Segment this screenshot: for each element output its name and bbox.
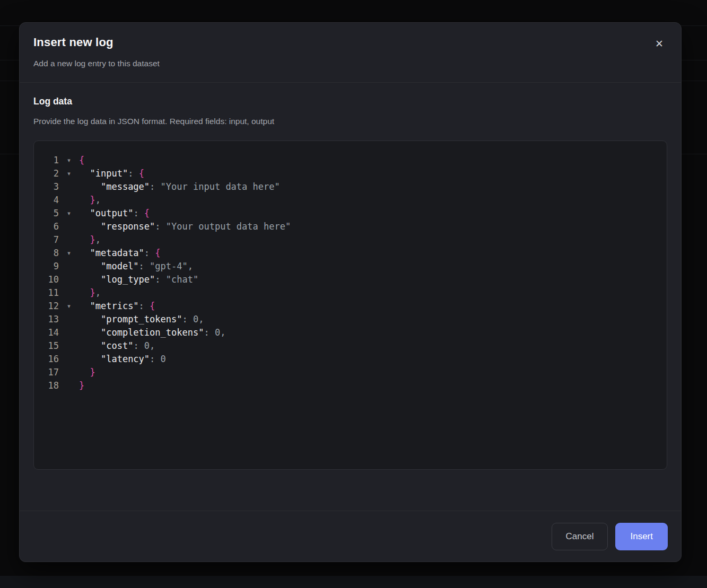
- code-line[interactable]: 1▾{: [34, 154, 667, 167]
- code-text: },: [79, 286, 667, 300]
- fold-spacer: [59, 220, 79, 233]
- modal-header: Insert new log Add a new log entry to th…: [20, 23, 681, 82]
- line-number: 9: [34, 260, 59, 273]
- line-number: 2: [34, 167, 59, 180]
- code-line[interactable]: 10 "log_type": "chat": [34, 273, 667, 286]
- code-line[interactable]: 8▾ "metadata": {: [34, 247, 667, 260]
- cancel-button[interactable]: Cancel: [552, 523, 608, 550]
- line-number: 16: [34, 353, 59, 366]
- code-text: }: [79, 379, 667, 392]
- fold-spacer: [59, 194, 79, 207]
- section-description: Provide the log data in JSON format. Req…: [33, 116, 667, 127]
- fold-spacer: [59, 180, 79, 194]
- code-line[interactable]: 13 "prompt_tokens": 0,: [34, 313, 667, 326]
- code-line[interactable]: 9 "model": "gpt-4",: [34, 260, 667, 273]
- line-number: 7: [34, 233, 59, 247]
- code-text: "input": {: [79, 167, 667, 180]
- backdrop-bottom-band: [0, 576, 707, 588]
- insert-log-modal: Insert new log Add a new log entry to th…: [19, 22, 682, 562]
- fold-spacer: [59, 260, 79, 273]
- line-number: 18: [34, 379, 59, 392]
- fold-spacer: [59, 326, 79, 339]
- code-text: "log_type": "chat": [79, 273, 667, 286]
- line-number: 1: [34, 154, 59, 167]
- code-text: "message": "Your input data here": [79, 180, 667, 194]
- line-number: 6: [34, 220, 59, 233]
- code-text: "response": "Your output data here": [79, 220, 667, 233]
- fold-spacer: [59, 366, 79, 379]
- code-line[interactable]: 7 },: [34, 233, 667, 247]
- code-line[interactable]: 3 "message": "Your input data here": [34, 180, 667, 194]
- fold-arrow-icon[interactable]: ▾: [59, 154, 79, 167]
- code-line[interactable]: 6 "response": "Your output data here": [34, 220, 667, 233]
- code-text: {: [79, 154, 667, 167]
- code-text: "prompt_tokens": 0,: [79, 313, 667, 326]
- line-number: 10: [34, 273, 59, 286]
- code-text: },: [79, 194, 667, 207]
- code-line[interactable]: 2▾ "input": {: [34, 167, 667, 180]
- json-code-editor[interactable]: 1▾{2▾ "input": {3 "message": "Your input…: [33, 141, 667, 470]
- code-text: "cost": 0,: [79, 339, 667, 353]
- code-text: "metrics": {: [79, 300, 667, 313]
- fold-arrow-icon[interactable]: ▾: [59, 207, 79, 220]
- close-icon[interactable]: ✕: [651, 36, 667, 51]
- fold-spacer: [59, 313, 79, 326]
- code-text: "latency": 0: [79, 353, 667, 366]
- code-line[interactable]: 12▾ "metrics": {: [34, 300, 667, 313]
- section-title: Log data: [33, 95, 667, 107]
- line-number: 4: [34, 194, 59, 207]
- code-text: "completion_tokens": 0,: [79, 326, 667, 339]
- line-number: 3: [34, 180, 59, 194]
- line-number: 12: [34, 300, 59, 313]
- code-text: "output": {: [79, 207, 667, 220]
- modal-title: Insert new log: [33, 36, 667, 49]
- code-line[interactable]: 4 },: [34, 194, 667, 207]
- line-number: 15: [34, 339, 59, 353]
- code-line[interactable]: 17 }: [34, 366, 667, 379]
- fold-spacer: [59, 353, 79, 366]
- code-line[interactable]: 15 "cost": 0,: [34, 339, 667, 353]
- fold-arrow-icon[interactable]: ▾: [59, 300, 79, 313]
- fold-spacer: [59, 339, 79, 353]
- line-number: 13: [34, 313, 59, 326]
- code-line[interactable]: 16 "latency": 0: [34, 353, 667, 366]
- line-number: 17: [34, 366, 59, 379]
- code-line[interactable]: 5▾ "output": {: [34, 207, 667, 220]
- line-number: 11: [34, 286, 59, 300]
- code-lines: 1▾{2▾ "input": {3 "message": "Your input…: [34, 154, 667, 392]
- modal-footer: Cancel Insert: [20, 511, 681, 561]
- code-line[interactable]: 11 },: [34, 286, 667, 300]
- line-number: 8: [34, 247, 59, 260]
- line-number: 5: [34, 207, 59, 220]
- fold-spacer: [59, 286, 79, 300]
- line-number: 14: [34, 326, 59, 339]
- code-text: "metadata": {: [79, 247, 667, 260]
- modal-body: Log data Provide the log data in JSON fo…: [20, 83, 681, 511]
- fold-arrow-icon[interactable]: ▾: [59, 247, 79, 260]
- code-line[interactable]: 18}: [34, 379, 667, 392]
- code-text: }: [79, 366, 667, 379]
- insert-button[interactable]: Insert: [615, 523, 668, 550]
- fold-spacer: [59, 379, 79, 392]
- code-text: },: [79, 233, 667, 247]
- code-text: "model": "gpt-4",: [79, 260, 667, 273]
- code-line[interactable]: 14 "completion_tokens": 0,: [34, 326, 667, 339]
- fold-arrow-icon[interactable]: ▾: [59, 167, 79, 180]
- fold-spacer: [59, 273, 79, 286]
- fold-spacer: [59, 233, 79, 247]
- modal-subtitle: Add a new log entry to this dataset: [33, 58, 667, 69]
